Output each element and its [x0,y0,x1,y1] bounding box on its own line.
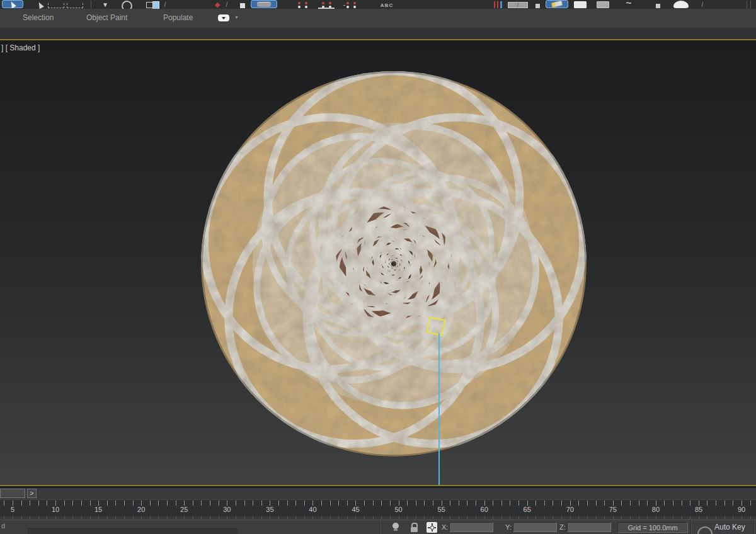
ruler-tick [690,501,690,506]
gizmo-center [429,525,434,530]
active-toggle-icon[interactable] [251,0,277,9]
ruler-lower-tick [338,516,339,519]
ruler-lower-tick [536,516,536,519]
z-field[interactable] [567,522,611,532]
selection-region-a-icon[interactable] [48,0,64,9]
ruler-lower-tick [613,516,614,519]
x-field[interactable] [449,522,493,532]
select-object-icon[interactable] [1,0,24,9]
ruler-label: 15 [94,506,102,513]
ruler-tick [4,501,4,506]
ruler-lower-tick [270,516,270,519]
angle-snap-toggle-icon[interactable] [316,0,336,9]
ruler-lower-tick [493,516,493,519]
small-square-icon[interactable] [239,0,245,9]
flyout-slash-b-icon[interactable]: / [224,0,229,9]
bulb-glass [392,523,399,529]
status-bar: d X: Y: Z: Grid = 100.0mm Auto Key [0,520,756,534]
ruler-label: 70 [566,506,574,513]
auto-key-button[interactable]: Auto Key [714,523,745,531]
snap-marker-icon[interactable]: ◆ [213,0,222,9]
ruler-lower-tick [750,516,751,519]
ruler-tick [270,501,270,506]
ruler-lower-tick [253,516,253,519]
absolute-transform-icon[interactable] [427,522,437,533]
toolbar-window-icon[interactable] [593,0,612,9]
ruler-tick [604,501,605,506]
listener-prompt-button[interactable]: > [27,489,37,498]
ruler-label: 85 [695,506,702,513]
ruler-lower-tick [596,516,597,519]
chevron-down-icon[interactable]: ▼ [234,15,239,20]
layer-window-icon[interactable] [571,0,590,9]
selection-lock-icon[interactable] [411,523,418,531]
mini-listener-field[interactable] [0,489,25,498]
ruler-lower-tick [81,516,82,519]
align-icon[interactable]: / [508,0,528,9]
ruler-lower-tick [72,516,73,519]
snaps-toggle-icon[interactable] [292,0,312,9]
ruler-lower-tick [699,516,699,519]
floor-medallion[interactable] [201,71,587,457]
window-crossing-icon[interactable] [141,0,160,9]
ruler-lower-tick [47,516,47,519]
ruler-lower-tick [133,516,134,519]
ruler-lower-tick [107,516,108,519]
ribbon-minimize-button[interactable] [218,14,229,21]
ruler-lower-tick [13,516,13,519]
set-key-circle-icon[interactable] [697,526,713,534]
select-cursor-icon[interactable] [35,0,45,9]
ruler-lower-tick [561,516,562,519]
ruler-tick [527,501,528,506]
ruler-lower-tick [544,516,545,519]
ruler-label: 90 [738,506,745,513]
ruler-lower-tick [424,516,425,519]
ruler-tick [347,501,348,506]
down-arrow-icon[interactable]: ▼ [100,0,111,9]
curve-editor-icon[interactable]: ~ [617,0,640,9]
ruler-lower-tick [373,516,374,519]
ruler-tick [381,501,382,506]
tab-object-paint[interactable]: Object Paint [86,13,127,22]
viewport[interactable]: ] [ Shaded ] [0,40,756,485]
ruler-lower-tick [433,516,433,519]
selection-guide-line [438,333,440,485]
ruler-lower-tick [630,516,631,519]
flyout-slash-a-icon[interactable]: / [163,0,168,9]
selection-region-b-icon[interactable] [67,0,83,9]
ruler-label: 55 [437,506,445,513]
lock-body [411,527,418,532]
ruler-tick [236,501,236,506]
status-separator-2 [690,520,692,534]
tab-selection[interactable]: Selection [23,13,54,22]
ruler-tick [673,501,673,506]
ruler-tick [621,501,622,506]
ruler-lower-tick [176,516,176,519]
small-box-icon[interactable] [533,0,542,9]
ruler-tick [244,501,245,506]
mirror-icon[interactable] [490,0,505,9]
percent-snap-toggle-icon[interactable]: - [339,0,360,9]
ruler-tick [442,501,442,506]
flyout-slash-c-icon[interactable]: / [697,0,708,9]
named-selection-sets-icon[interactable]: ABC [377,0,397,9]
rotate-circle-icon[interactable] [120,0,134,9]
ruler-label: 30 [223,506,231,513]
ruler-tick [90,501,91,506]
time-ruler[interactable]: 51015202530354045505560657075808590 [0,499,756,516]
ruler-tick [115,501,116,506]
ruler-lower-tick [90,516,91,519]
small-box-2-icon[interactable] [653,0,663,9]
viewport-label[interactable]: ] [ Shaded ] [1,43,40,52]
status-separator-1 [379,520,381,534]
ruler-tick [416,501,416,506]
ruler-lower-tick [442,516,442,519]
ruler-tick [682,501,682,506]
ruler-tick [424,501,425,506]
y-field[interactable] [513,522,557,532]
active-tool-icon[interactable] [546,0,568,9]
render-button-icon[interactable] [670,0,692,9]
ruler-tick [399,501,399,506]
light-bulb-icon[interactable] [392,523,399,531]
tab-populate[interactable]: Populate [163,13,193,22]
